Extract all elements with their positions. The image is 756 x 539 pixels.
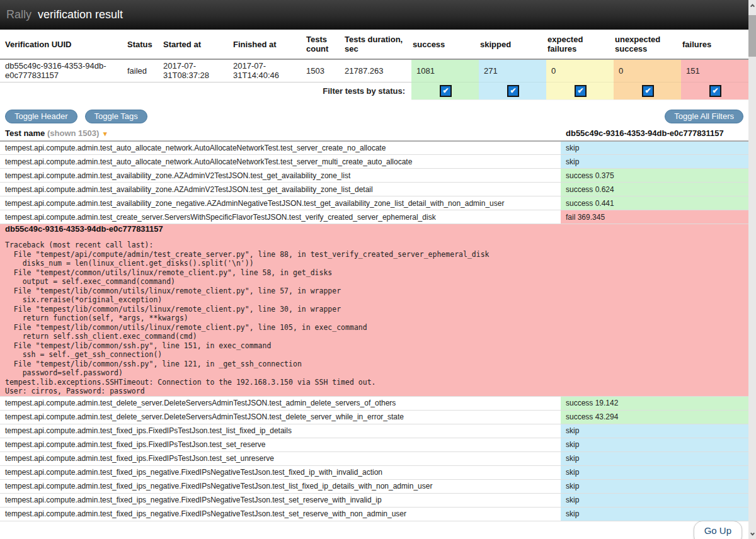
test-row[interactable]: tempest.api.compute.admin.test_auto_allo… [0,141,748,155]
status-value: failed [126,59,162,82]
test-status: skip [561,465,748,479]
test-row[interactable]: tempest.api.compute.admin.test_availabil… [0,183,748,196]
app-brand: Rally [6,8,32,21]
expected-failures-count: 0 [546,59,614,82]
test-row[interactable]: tempest.api.compute.admin.test_availabil… [0,196,748,210]
test-status: skip [561,141,748,155]
test-row[interactable]: tempest.api.compute.admin.test_delete_se… [0,396,748,410]
filter-row: Filter tests by status: ✔ ✔ ✔ ✔ ✔ [0,82,748,99]
test-row[interactable]: tempest.api.compute.admin.test_availabil… [0,169,748,183]
uuid-column-header: db55c49c-9316-4353-94db-e0c777831157 [561,127,748,141]
test-name: tempest.api.compute.admin.test_fixed_ips… [0,493,561,507]
traceback-uuid: db55c49c-9316-4353-94db-e0c777831157 [5,224,743,234]
test-name: tempest.api.compute.admin.test_availabil… [0,183,561,196]
test-status: fail 369.345 [561,210,748,224]
col-expected-failures: expected failures [546,30,614,59]
test-row[interactable]: tempest.api.compute.admin.test_fixed_ips… [0,479,748,493]
vertical-scrollbar[interactable] [748,0,756,539]
tests-duration-value: 21787.263 [343,59,411,82]
col-status: Status [126,30,162,59]
test-name: tempest.api.compute.admin.test_delete_se… [0,396,561,410]
filter-checkbox-expected-failures[interactable]: ✔ [575,85,587,97]
skipped-count: 271 [479,59,546,82]
test-status: skip [561,451,748,465]
filter-cell-skipped: ✔ [479,82,546,99]
toggle-all-filters-button[interactable]: Toggle All Filters [665,110,743,123]
traceback-text: Traceback (most recent call last): File … [5,241,743,396]
test-row[interactable]: tempest.api.compute.admin.test_create_se… [0,210,748,224]
test-name: tempest.api.compute.admin.test_fixed_ips… [0,465,561,479]
scrollbar-down-arrow-icon[interactable] [748,530,756,538]
test-row[interactable]: tempest.api.compute.admin.test_fixed_ips… [0,451,748,465]
test-status: success 19.142 [561,396,748,410]
col-tests-duration: Tests duration, sec [343,30,411,59]
filter-cell-unexpected-success: ✔ [614,82,681,99]
summary-header-row: Verification UUID Status Started at Fini… [0,30,748,59]
filter-checkbox-success[interactable]: ✔ [440,85,452,97]
test-name: tempest.api.compute.admin.test_fixed_ips… [0,479,561,493]
test-status: success 0.624 [561,183,748,196]
test-row[interactable]: tempest.api.compute.admin.test_fixed_ips… [0,493,748,507]
test-name: tempest.api.compute.admin.test_fixed_ips… [0,451,561,465]
col-unexpected-success: unexpected success [614,30,681,59]
filter-tests-label: Filter tests by status: [0,82,411,99]
test-status: skip [561,479,748,493]
scrollbar-up-arrow-icon[interactable] [748,1,756,9]
verification-uuid-value: db55c49c-9316-4353-94db-e0c777831157 [0,59,126,82]
unexpected-success-count: 0 [614,59,681,82]
shown-count-label: (shown 1503) [47,128,99,138]
test-row[interactable]: tempest.api.compute.admin.test_fixed_ips… [0,424,748,438]
toolbar: Toggle Header Toggle Tags Toggle All Fil… [5,110,743,123]
filter-checkbox-failures[interactable]: ✔ [709,85,721,97]
test-row[interactable]: tempest.api.compute.admin.test_fixed_ips… [0,507,748,521]
test-row[interactable]: tempest.api.compute.admin.test_delete_se… [0,410,748,424]
test-name: tempest.api.compute.admin.test_availabil… [0,169,561,183]
filter-cell-success: ✔ [411,82,479,99]
test-name-filter-caret-icon[interactable]: ▾ [103,130,107,137]
test-row[interactable]: tempest.api.compute.admin.test_auto_allo… [0,155,748,169]
traceback-cell: db55c49c-9316-4353-94db-e0c777831157 Tra… [0,224,748,397]
test-name: tempest.api.compute.admin.test_fixed_ips… [0,438,561,451]
test-status: success 0.441 [561,196,748,210]
failures-count: 151 [681,59,748,82]
test-status: skip [561,438,748,451]
filter-checkbox-unexpected-success[interactable]: ✔ [642,85,654,97]
filter-checkbox-skipped[interactable]: ✔ [507,85,519,97]
success-count: 1081 [411,59,479,82]
col-failures: failures [681,30,748,59]
col-verification-uuid: Verification UUID [0,30,126,59]
col-started-at: Started at [162,30,232,59]
tests-table: Test name (shown 1503) ▾ db55c49c-9316-4… [0,127,748,521]
col-finished-at: Finished at [232,30,305,59]
test-name-header: Test name [5,128,45,138]
summary-data-row: db55c49c-9316-4353-94db-e0c777831157 fai… [0,59,748,82]
scrollbar-thumb[interactable] [748,15,756,57]
go-up-button[interactable]: Go Up [694,521,742,539]
col-tests-count: Tests count [305,30,343,59]
test-status: skip [561,493,748,507]
filter-cell-expected-failures: ✔ [546,82,614,99]
page-title: verification result [38,8,123,21]
test-name: tempest.api.compute.admin.test_auto_allo… [0,155,561,169]
col-skipped: skipped [479,30,546,59]
test-name: tempest.api.compute.admin.test_delete_se… [0,410,561,424]
test-row[interactable]: tempest.api.compute.admin.test_fixed_ips… [0,438,748,451]
test-name-header-cell: Test name (shown 1503) ▾ [0,127,561,141]
test-status: skip [561,424,748,438]
app-header: Rally verification result [0,0,748,30]
tests-header-row: Test name (shown 1503) ▾ db55c49c-9316-4… [0,127,748,141]
test-row[interactable]: tempest.api.compute.admin.test_fixed_ips… [0,465,748,479]
test-name: tempest.api.compute.admin.test_auto_allo… [0,141,561,155]
test-name: tempest.api.compute.admin.test_create_se… [0,210,561,224]
test-name: tempest.api.compute.admin.test_availabil… [0,196,561,210]
test-name: tempest.api.compute.admin.test_fixed_ips… [0,507,561,521]
toggle-header-button[interactable]: Toggle Header [5,110,77,123]
test-name: tempest.api.compute.admin.test_fixed_ips… [0,424,561,438]
test-status: skip [561,507,748,521]
test-status: success 43.294 [561,410,748,424]
traceback-row: db55c49c-9316-4353-94db-e0c777831157 Tra… [0,224,748,397]
started-at-value: 2017-07-31T08:37:28 [162,59,232,82]
tests-count-value: 1503 [305,59,343,82]
toggle-tags-button[interactable]: Toggle Tags [85,110,147,123]
col-success: success [411,30,479,59]
